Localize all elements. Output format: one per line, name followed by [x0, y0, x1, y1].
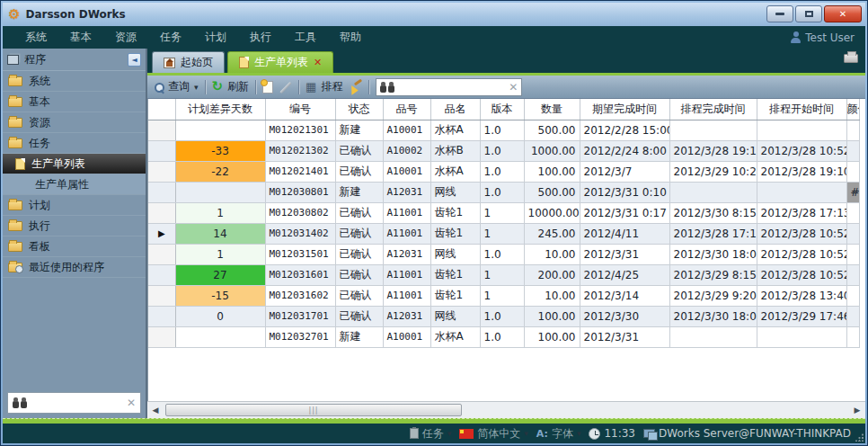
- close-tab-icon[interactable]: ✕: [314, 57, 322, 68]
- sidebar-item-system[interactable]: 系统: [3, 71, 146, 92]
- cell-code: M012021301: [265, 120, 335, 140]
- sidebar-item-label: 基本: [29, 94, 50, 110]
- sidebar-item-production-order-list[interactable]: 生产单列表: [3, 154, 146, 174]
- folder-icon: [8, 76, 22, 86]
- cell-status: 新建: [335, 120, 383, 140]
- column-header-color[interactable]: 颜色: [846, 99, 859, 120]
- table-row[interactable]: 0M012031701已确认A12031网线1.0100.002012/3/30…: [148, 306, 859, 326]
- toolbar-search-box: ✕: [376, 78, 522, 96]
- toolbar-search-input[interactable]: [399, 81, 504, 94]
- column-header-order-no[interactable]: 编号: [265, 99, 335, 120]
- task-menu[interactable]: 任务 ▾: [410, 426, 452, 442]
- sidebar-item-recent-programs[interactable]: 最近使用的程序: [3, 257, 146, 278]
- cell-start: 2012/3/29 17:46: [757, 306, 846, 326]
- cell-extra: [846, 140, 859, 161]
- scroll-right-button[interactable]: ▶: [849, 402, 865, 418]
- tab-home[interactable]: 起始页: [152, 51, 225, 73]
- cell-ver: 1.0: [480, 306, 524, 326]
- menu-item-task[interactable]: 任务: [148, 30, 193, 45]
- column-header-schedule-start-time[interactable]: 排程开始时间: [757, 99, 846, 120]
- folder-icon: [8, 138, 22, 148]
- sidebar-item-resource[interactable]: 资源: [3, 112, 146, 133]
- broom-clear-button[interactable]: [349, 81, 362, 94]
- toolbar-clear-icon[interactable]: ✕: [509, 81, 518, 94]
- menu-item-tools[interactable]: 工具: [283, 30, 328, 45]
- scroll-track[interactable]: |||: [164, 402, 849, 418]
- tab-label: 生产单列表: [254, 55, 308, 70]
- sidebar-item-plan[interactable]: 计划: [3, 195, 146, 216]
- table-row[interactable]: 27M012031601已确认A11001齿轮11200.002012/4/25…: [148, 264, 859, 285]
- cell-code: M012030801: [265, 182, 335, 202]
- table-row[interactable]: ▶14M012031402已确认A11001齿轮11245.002012/4/1…: [148, 223, 859, 244]
- table-row[interactable]: M012032701新建A10001水杯A1.0100.002012/3/31: [148, 326, 859, 347]
- tab-production-order-list[interactable]: 生产单列表✕: [227, 51, 333, 73]
- sidebar-item-task[interactable]: 任务: [3, 133, 146, 154]
- magnifier-icon: [155, 83, 164, 92]
- cell-code: M012032701: [265, 326, 335, 347]
- language-menu[interactable]: 简体中文 ▾: [459, 426, 528, 442]
- column-header-quantity[interactable]: 数量: [524, 99, 580, 120]
- edit-button[interactable]: [279, 81, 292, 94]
- column-header-expected-finish-time[interactable]: 期望完成时间: [580, 99, 669, 120]
- font-menu[interactable]: A: 字体 ▾: [536, 426, 581, 442]
- sidebar-item-production-order-properties[interactable]: 生产单属性: [3, 174, 146, 195]
- table-row[interactable]: M012021301新建A10001水杯A1.0500.002012/2/28 …: [148, 120, 859, 140]
- menu-item-resource[interactable]: 资源: [103, 30, 148, 45]
- column-header-status[interactable]: 状态: [335, 99, 383, 120]
- menu-item-plan[interactable]: 计划: [193, 30, 238, 45]
- table-header-row: 计划差异天数编号状态品号品名版本数量期望完成时间排程完成时间排程开始时间颜色: [148, 99, 859, 120]
- menu-item-execute[interactable]: 执行: [238, 30, 283, 45]
- refresh-button[interactable]: ↻ 刷新: [212, 79, 250, 94]
- collapse-sidebar-button[interactable]: ◄: [128, 53, 141, 67]
- column-header-item-name[interactable]: 品名: [430, 99, 480, 120]
- sidebar-item-kanban[interactable]: 看板: [3, 236, 146, 257]
- cell-expect: 2012/4/11: [580, 223, 669, 244]
- cell-item: A10001: [383, 120, 430, 140]
- table-row[interactable]: -33M012021302已确认A10002水杯B1.01000.002012/…: [148, 140, 859, 161]
- cell-start: 2012/3/28 10:52: [757, 244, 846, 264]
- sidebar-item-execute[interactable]: 执行: [3, 216, 146, 236]
- selected-row-marker: ▶: [148, 223, 175, 244]
- printer-icon[interactable]: [844, 54, 858, 63]
- close-button[interactable]: ✕: [824, 5, 862, 22]
- minimize-button[interactable]: [766, 5, 793, 22]
- cell-diff: -22: [175, 161, 265, 182]
- table-row[interactable]: 1M012030802已确认A11001齿轮1110000.002012/3/3…: [148, 202, 859, 223]
- table-row[interactable]: -15M012031602已确认A11001齿轮1110.002012/3/14…: [148, 285, 859, 306]
- cell-status: 新建: [335, 182, 383, 202]
- table-row[interactable]: 1M012031501已确认A12031网线1.010.002012/3/312…: [148, 244, 859, 264]
- sidebar-search-input[interactable]: [31, 395, 122, 411]
- menu-item-system[interactable]: 系统: [13, 30, 58, 45]
- scroll-thumb[interactable]: |||: [165, 404, 462, 416]
- cell-qty: 10.00: [524, 244, 580, 264]
- cell-expect: 2012/3/31 0:17: [580, 202, 669, 223]
- table-row[interactable]: -22M012021401已确认A10001水杯A1.0100.002012/3…: [148, 161, 859, 182]
- cell-name: 齿轮1: [430, 223, 480, 244]
- schedule-button[interactable]: ▦ 排程: [306, 79, 342, 94]
- cell-diff: 27: [175, 264, 265, 285]
- column-header-row-marker[interactable]: [148, 99, 175, 120]
- cell-extra: [846, 223, 859, 244]
- new-document-button[interactable]: [262, 81, 273, 94]
- resize-grip[interactable]: [855, 433, 864, 442]
- cell-ver: 1.0: [480, 244, 524, 264]
- column-header-item-no[interactable]: 品号: [383, 99, 430, 120]
- maximize-button[interactable]: [795, 5, 822, 22]
- app-logo-icon: ⚙: [8, 8, 20, 22]
- sidebar-item-basic[interactable]: 基本: [3, 92, 146, 112]
- column-header-plan-diff-days[interactable]: 计划差异天数: [175, 99, 265, 120]
- menu-item-help[interactable]: 帮助: [328, 30, 373, 45]
- cell-ver: 1: [480, 285, 524, 306]
- cell-ver: 1.0: [480, 120, 524, 140]
- user-icon: [791, 31, 801, 43]
- scroll-left-button[interactable]: ◀: [147, 402, 164, 418]
- column-header-schedule-finish-time[interactable]: 排程完成时间: [669, 99, 757, 120]
- table-row[interactable]: M012030801新建A12031网线1.0500.002012/3/31 0…: [148, 182, 859, 202]
- cell-diff: [175, 182, 265, 202]
- clear-search-icon[interactable]: ✕: [127, 397, 136, 409]
- column-header-version[interactable]: 版本: [480, 99, 524, 120]
- query-dropdown-caret[interactable]: ▾: [194, 83, 199, 92]
- cell-status: 已确认: [335, 223, 383, 244]
- menu-item-basic[interactable]: 基本: [58, 30, 103, 45]
- query-button[interactable]: 查询 ▾: [155, 79, 199, 94]
